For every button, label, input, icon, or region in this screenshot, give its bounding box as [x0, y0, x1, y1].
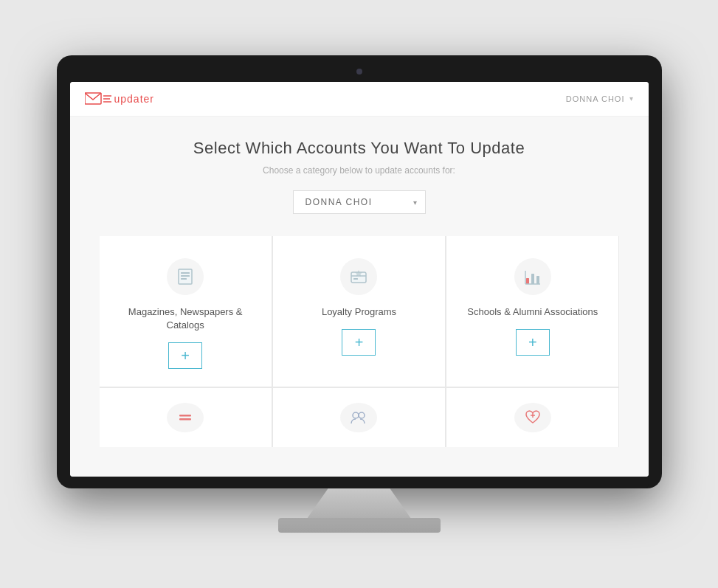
- svg-rect-12: [531, 274, 534, 284]
- svg-rect-10: [353, 278, 358, 280]
- monitor-body: updater DONNA CHOI ▾ Select Which Accoun…: [57, 55, 662, 488]
- svg-rect-16: [179, 415, 191, 417]
- schools-add-button[interactable]: +: [516, 329, 550, 356]
- schools-icon: [514, 258, 551, 295]
- row2-icon-3: [514, 403, 551, 432]
- logo-area: updater: [85, 91, 154, 107]
- magazines-add-button[interactable]: +: [168, 342, 202, 369]
- monitor-shell: updater DONNA CHOI ▾ Select Which Accoun…: [57, 55, 662, 533]
- svg-rect-17: [179, 418, 191, 421]
- card-row2-2: [273, 388, 445, 447]
- card-schools: Schools & Alumni Associations +: [446, 236, 618, 387]
- monitor-screen: updater DONNA CHOI ▾ Select Which Accoun…: [70, 82, 649, 477]
- row2-icon-2: [340, 403, 377, 432]
- page-title: Select Which Accounts You Want To Update: [100, 139, 619, 158]
- user-menu-chevron: ▾: [629, 94, 634, 103]
- card-row2-3: [446, 388, 618, 447]
- card-magazines: Magazines, Newspapers & Catalogs +: [100, 236, 272, 387]
- svg-rect-6: [181, 275, 190, 277]
- app-header: updater DONNA CHOI ▾: [70, 82, 649, 117]
- svg-rect-7: [181, 278, 187, 280]
- cards-grid: Magazines, Newspapers & Catalogs +: [100, 236, 619, 447]
- card-loyalty: Loyalty Programs +: [273, 236, 445, 387]
- updater-logo-icon: [85, 91, 111, 107]
- loyalty-add-button[interactable]: +: [342, 329, 376, 356]
- monitor-stand-top: [308, 488, 411, 518]
- app-main: Select Which Accounts You Want To Update…: [70, 117, 649, 477]
- svg-rect-5: [181, 272, 190, 274]
- person-dropdown-wrapper: DONNA CHOI ▾: [293, 190, 426, 214]
- svg-rect-13: [536, 276, 539, 284]
- dropdown-container: DONNA CHOI ▾: [100, 190, 619, 214]
- schools-label: Schools & Alumni Associations: [467, 305, 598, 319]
- svg-point-19: [359, 412, 365, 418]
- monitor-camera: [356, 69, 362, 75]
- loyalty-icon: [340, 258, 377, 295]
- svg-point-18: [353, 412, 359, 418]
- page-subtitle: Choose a category below to update accoun…: [100, 165, 619, 176]
- row2-icon-1: [167, 403, 204, 432]
- monitor-bezel-bottom: [70, 477, 649, 488]
- user-menu[interactable]: DONNA CHOI ▾: [566, 94, 634, 103]
- svg-rect-11: [526, 278, 529, 284]
- loyalty-label: Loyalty Programs: [322, 305, 396, 319]
- magazines-label: Magazines, Newspapers & Catalogs: [114, 305, 257, 332]
- card-row2-1: [100, 388, 272, 447]
- person-dropdown[interactable]: DONNA CHOI: [293, 190, 426, 214]
- monitor-stand-base: [278, 518, 441, 533]
- logo-text: updater: [114, 93, 154, 105]
- magazines-icon: [167, 258, 204, 295]
- user-name-label: DONNA CHOI: [566, 94, 625, 103]
